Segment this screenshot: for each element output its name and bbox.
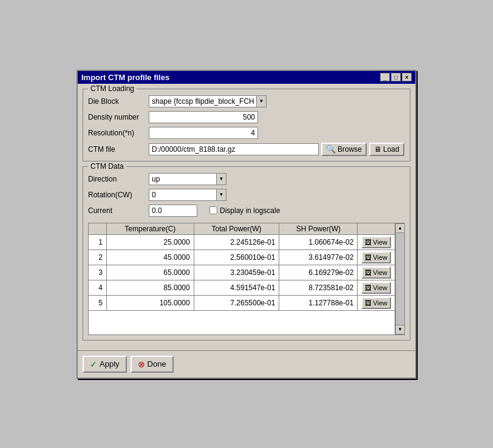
cell-view: 🖼 View [358,265,395,280]
table-header-row: Temperature(C) Total Power(W) SH Power(W… [89,223,395,234]
cell-id: 4 [89,280,107,295]
view-icon: 🖼 [365,254,372,261]
table-body: 1 25.0000 2.245126e-01 1.060674e-02 🖼 Vi… [89,234,395,310]
data-table: Temperature(C) Total Power(W) SH Power(W… [88,223,395,311]
col-header-action [358,223,395,234]
view-label: View [373,284,387,291]
direction-input[interactable] [149,173,217,185]
view-label: View [373,299,387,307]
logscale-label: Display in logscale [220,206,280,215]
rotation-input[interactable] [149,189,217,201]
logscale-container: Display in logscale [209,206,280,215]
cell-temp: 25.0000 [107,234,194,249]
view-button[interactable]: 🖼 View [361,266,391,279]
cell-view: 🖼 View [358,249,395,265]
die-block-input[interactable] [149,95,257,107]
browse-label: Browse [338,145,362,154]
view-button[interactable]: 🖼 View [361,297,391,309]
die-block-container: ▼ [149,95,267,107]
die-block-dropdown-arrow[interactable]: ▼ [257,95,267,107]
window-body: CTM Loading Die Block ▼ Density number R… [78,84,415,350]
cell-view: 🖼 View [358,295,395,310]
view-label: View [373,254,387,261]
cell-id: 3 [89,265,107,280]
rotation-select-container: ▼ [149,189,226,201]
die-block-label: Die Block [88,97,149,106]
ctm-data-group: CTM Data Direction ▼ Rotation(CW) ▼ Cur [83,166,410,341]
main-window: Import CTM profile files _ □ × CTM Loadi… [76,70,416,379]
done-icon: ⊗ [138,359,145,369]
cell-total-power: 2.245126e-01 [194,234,279,249]
ctm-file-row: CTM file 🔍 Browse 🖥 Load [88,143,405,156]
cell-total-power: 2.560010e-01 [194,249,279,265]
die-block-row: Die Block ▼ [88,95,405,107]
table-empty-space [88,311,395,335]
cell-temp: 65.0000 [107,265,194,280]
view-icon: 🖼 [365,269,372,276]
ctm-data-title: CTM Data [88,162,126,171]
scroll-up-button[interactable]: ▲ [395,223,405,233]
title-bar-buttons: _ □ × [380,73,412,81]
load-button[interactable]: 🖥 Load [369,143,404,156]
browse-icon: 🔍 [326,144,336,154]
cell-total-power: 7.265500e-01 [194,295,279,310]
title-bar: Import CTM profile files _ □ × [78,71,415,84]
ctm-loading-group: CTM Loading Die Block ▼ Density number R… [83,89,410,161]
scroll-down-button[interactable]: ▼ [395,325,405,334]
table-row: 3 65.0000 3.230459e-01 6.169279e-02 🖼 Vi… [89,265,395,280]
window-title: Import CTM profile files [81,73,169,82]
ctm-file-label: CTM file [88,145,149,154]
cell-total-power: 4.591547e-01 [194,280,279,295]
density-row: Density number [88,111,405,123]
cell-id: 5 [89,295,107,310]
ctm-file-input[interactable] [149,143,319,155]
view-button[interactable]: 🖼 View [361,282,391,294]
direction-dropdown-arrow[interactable]: ▼ [217,173,226,185]
view-button[interactable]: 🖼 View [361,251,391,263]
ctm-file-controls: 🔍 Browse 🖥 Load [149,143,404,156]
direction-row: Direction ▼ [88,173,405,185]
density-input[interactable] [149,111,258,123]
cell-temp: 85.0000 [107,280,194,295]
resolution-input[interactable] [149,127,258,139]
view-icon: 🖼 [365,284,372,291]
resolution-row: Resolution(*n) [88,127,405,139]
done-button[interactable]: ⊗ Done [131,356,174,373]
table-area: Temperature(C) Total Power(W) SH Power(W… [88,219,405,335]
rotation-dropdown-arrow[interactable]: ▼ [217,189,226,201]
current-row: Current Display in logscale [88,205,405,217]
current-input[interactable] [149,205,197,217]
view-icon: 🖼 [365,239,372,246]
cell-sh-power: 1.060674e-02 [279,234,358,249]
apply-button[interactable]: ✓ Apply [83,356,127,373]
cell-id: 1 [89,234,107,249]
view-button[interactable]: 🖼 View [361,236,391,248]
view-label: View [373,239,387,246]
cell-sh-power: 1.127788e-01 [279,295,358,310]
scrollbar: ▲ ▼ [395,223,405,335]
browse-button[interactable]: 🔍 Browse [321,143,367,156]
done-label: Done [148,359,166,368]
cell-sh-power: 8.723581e-02 [279,280,358,295]
view-icon: 🖼 [365,299,372,307]
col-header-sh-power: SH Power(W) [279,223,358,234]
logscale-checkbox[interactable] [209,206,217,214]
maximize-button[interactable]: □ [391,73,401,81]
apply-label: Apply [100,359,120,368]
resolution-label: Resolution(*n) [88,129,149,137]
scroll-track [396,233,404,325]
col-header-temp: Temperature(C) [107,223,194,234]
table-row: 5 105.0000 7.265500e-01 1.127788e-01 🖼 V… [89,295,395,310]
rotation-row: Rotation(CW) ▼ [88,189,405,201]
cell-temp: 45.0000 [107,249,194,265]
cell-id: 2 [89,249,107,265]
close-button[interactable]: × [402,73,412,81]
ctm-loading-title: CTM Loading [88,84,137,93]
load-label: Load [383,145,399,154]
cell-sh-power: 6.169279e-02 [279,265,358,280]
table-row: 2 45.0000 2.560010e-01 3.614977e-02 🖼 Vi… [89,249,395,265]
rotation-label: Rotation(CW) [88,191,149,199]
minimize-button[interactable]: _ [380,73,390,81]
cell-sh-power: 3.614977e-02 [279,249,358,265]
cell-temp: 105.0000 [107,295,194,310]
